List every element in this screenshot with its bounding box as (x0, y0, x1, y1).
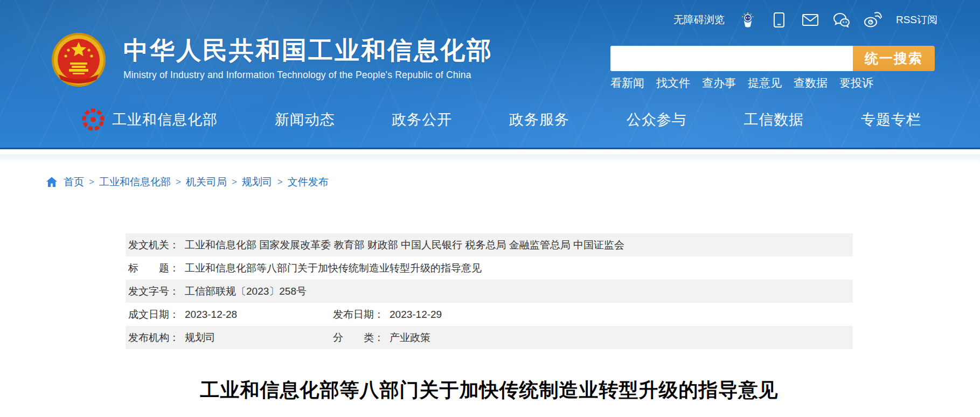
breadcrumb-planning-dept[interactable]: 规划司 (242, 175, 273, 189)
nav-items: 工业和信息化部 新闻动态 政务公开 政务服务 公众参与 工信数据 专题专栏 (112, 110, 921, 129)
meta-col2: 发布日期： 2023-12-29 (333, 303, 442, 326)
breadcrumb: 首页 > 工业和信息化部 > 机关司局 > 规划司 > 文件发布 (46, 171, 329, 193)
site-logo[interactable]: 中华人民共和国工业和信息化部 Ministry of Industry and … (51, 32, 493, 87)
breadcrumb-home[interactable]: 首页 (64, 175, 84, 189)
nav-item-news[interactable]: 新闻动态 (275, 110, 335, 129)
breadcrumb-departments[interactable]: 机关司局 (186, 175, 227, 189)
quick-link-news[interactable]: 看新闻 (610, 75, 644, 91)
breadcrumb-separator: > (277, 177, 283, 187)
miit-e-logo-icon (81, 107, 106, 132)
quick-link-complaint[interactable]: 要投诉 (839, 75, 873, 91)
weibo-icon[interactable] (865, 12, 881, 28)
meta-value: 规划司 (185, 331, 216, 345)
meta-label: 成文日期： (128, 308, 179, 322)
rss-link[interactable]: RSS订阅 (896, 13, 937, 27)
meta-value: 工业和信息化部 国家发展改革委 教育部 财政部 中国人民银行 税务总局 金融监管… (185, 238, 624, 252)
meta-value: 2023-12-28 (185, 309, 237, 321)
search-button[interactable]: 统一搜索 (853, 46, 935, 71)
meta-value: 工信部联规〔2023〕258号 (185, 284, 307, 298)
breadcrumb-separator: > (176, 177, 181, 187)
accessibility-link[interactable]: 无障碍浏览 (673, 13, 725, 27)
meta-row-issuing-agencies: 发文机关： 工业和信息化部 国家发展改革委 教育部 财政部 中国人民银行 税务总… (126, 233, 853, 256)
site-title-cn: 中华人民共和国工业和信息化部 (123, 37, 493, 64)
wechat-icon[interactable] (833, 12, 850, 28)
nav-item-participation[interactable]: 公众参与 (627, 110, 687, 129)
mobile-icon[interactable] (771, 12, 787, 28)
meta-col2: 分 类： 产业政策 (333, 326, 430, 349)
meta-label: 标 题： (128, 261, 179, 275)
quick-link-data[interactable]: 查数据 (794, 75, 828, 91)
national-emblem-icon (51, 32, 106, 87)
meta-label: 发文机关： (128, 238, 179, 252)
nav-item-gov-info[interactable]: 政务公开 (392, 110, 452, 129)
nav-item-gov-services[interactable]: 政务服务 (509, 110, 569, 129)
quick-links: 看新闻 找文件 查办事 提意见 查数据 要投诉 (610, 75, 935, 91)
meta-row-dates: 成文日期： 2023-12-28 发布日期： 2023-12-29 (126, 303, 853, 326)
home-icon[interactable] (46, 176, 58, 188)
main-nav: 工业和信息化部 新闻动态 政务公开 政务服务 公众参与 工信数据 专题专栏 (0, 103, 980, 136)
meta-value: 工业和信息化部等八部门关于加快传统制造业转型升级的指导意见 (185, 261, 482, 275)
page: 无障碍浏览 (0, 0, 980, 417)
meta-label: 发文字号： (128, 284, 179, 298)
meta-row-doc-number: 发文字号： 工信部联规〔2023〕258号 (126, 280, 853, 303)
document-meta-table: 发文机关： 工业和信息化部 国家发展改革委 教育部 财政部 中国人民银行 税务总… (126, 233, 853, 349)
meta-label: 发布日期： (333, 308, 384, 322)
mail-icon[interactable] (802, 12, 818, 28)
utility-bar: 无障碍浏览 (673, 10, 937, 30)
site-titles: 中华人民共和国工业和信息化部 Ministry of Industry and … (123, 32, 493, 81)
nav-item-special[interactable]: 专题专栏 (861, 110, 921, 129)
meta-label: 分 类： (333, 331, 384, 345)
meta-row-publisher: 发布机构： 规划司 分 类： 产业政策 (126, 326, 853, 349)
breadcrumb-miit[interactable]: 工业和信息化部 (99, 175, 171, 189)
site-header: 无障碍浏览 (0, 0, 980, 149)
breadcrumb-separator: > (232, 177, 237, 187)
meta-label: 发布机构： (128, 331, 179, 345)
search-input[interactable] (610, 46, 853, 71)
meta-value: 2023-12-29 (390, 309, 442, 321)
meta-row-title: 标 题： 工业和信息化部等八部门关于加快传统制造业转型升级的指导意见 (126, 256, 853, 280)
breadcrumb-separator: > (89, 177, 94, 187)
nav-item-data[interactable]: 工信数据 (743, 110, 804, 129)
quick-link-services[interactable]: 查办事 (702, 75, 736, 91)
quick-link-suggest[interactable]: 提意见 (748, 75, 782, 91)
site-title-en: Ministry of Industry and Information Tec… (123, 70, 493, 81)
breadcrumb-document-release[interactable]: 文件发布 (288, 175, 329, 189)
search-bar: 统一搜索 (610, 46, 935, 71)
meta-value: 产业政策 (390, 331, 430, 345)
robot-mascot-icon[interactable] (740, 12, 756, 28)
quick-link-files[interactable]: 找文件 (656, 75, 690, 91)
article-title: 工业和信息化部等八部门关于加快传统制造业转型升级的指导意见 (126, 377, 853, 404)
nav-item-miit[interactable]: 工业和信息化部 (112, 110, 218, 129)
header-shadow (0, 154, 980, 164)
